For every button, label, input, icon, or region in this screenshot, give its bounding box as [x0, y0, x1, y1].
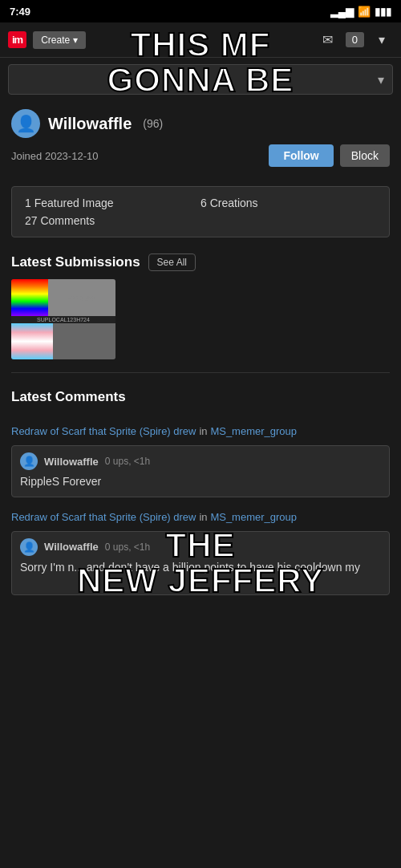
comments-title: Latest Comments: [11, 389, 126, 405]
mail-icon[interactable]: ✉: [317, 29, 339, 51]
comment1-stats: 0 ups, <1h: [105, 456, 150, 467]
submissions-title: Latest Submissions: [11, 254, 140, 270]
comment1-card: 👤 Willowaffle 0 ups, <1h RippleS Forever: [11, 445, 390, 497]
comment1-text: RippleS Forever: [20, 474, 381, 490]
action-buttons: Follow Block: [269, 144, 390, 167]
profile-header: 👤 Willowaffle (96): [11, 109, 390, 138]
stats-box: 1 Featured Image 6 Creations 27 Comments: [11, 186, 390, 237]
comment2-text: Sorry I'm n... and don't have a billion …: [20, 560, 381, 576]
comment1-group[interactable]: MS_memer_group: [210, 425, 297, 437]
comments-section: Latest Comments: [0, 381, 401, 418]
dropdown-nav-icon[interactable]: ▾: [371, 29, 393, 51]
comment1-meta: 👤 Willowaffle 0 ups, <1h: [20, 452, 381, 470]
comment2-container: 👤 Willowaffle 0 ups, <1h Sorry I'm n... …: [0, 531, 401, 595]
comment2-user: Willowaffle: [44, 541, 99, 553]
featured-images-stat: 1 Featured Image: [25, 197, 200, 209]
dropdown-bar[interactable]: ▾: [8, 64, 393, 95]
create-button[interactable]: Create ▾: [33, 31, 85, 49]
joined-row: Joined 2023-12-10 Follow Block: [11, 144, 390, 167]
submissions-grid: being gay SUPLOCAL123H724: [11, 279, 390, 359]
comment2-group[interactable]: MS_memer_group: [210, 511, 297, 523]
comment1-in: in: [199, 425, 207, 437]
notification-count[interactable]: 0: [346, 32, 364, 47]
user-points: (96): [143, 117, 163, 130]
comments-stat: 27 Comments: [25, 214, 200, 227]
comment1-user: Willowaffle: [44, 456, 99, 468]
comment2-avatar: 👤: [20, 538, 38, 556]
comment2-card: 👤 Willowaffle 0 ups, <1h Sorry I'm n... …: [11, 531, 390, 595]
submissions-section: Latest Submissions See All being gay SUP…: [0, 245, 401, 364]
dropdown-arrow-icon: ▾: [378, 72, 384, 87]
comment2-stats: 0 ups, <1h: [105, 541, 150, 553]
follow-button[interactable]: Follow: [269, 144, 333, 167]
see-all-button[interactable]: See All: [148, 254, 196, 271]
time: 7:49: [10, 6, 30, 18]
nav-bar: im Create ▾ ✉ 0 ▾: [0, 22, 401, 58]
comment1-link-row: Redraw of Scarf that Sprite (Spire) drew…: [0, 418, 401, 442]
username: Willowaffle: [48, 115, 132, 133]
comment2-in: in: [199, 511, 207, 523]
comment2-link[interactable]: Redraw of Scarf that Sprite (Spire) drew: [11, 511, 196, 523]
comment1-link[interactable]: Redraw of Scarf that Sprite (Spire) drew: [11, 425, 196, 437]
comment1-avatar: 👤: [20, 452, 38, 470]
block-button[interactable]: Block: [340, 144, 390, 167]
submissions-header: Latest Submissions See All: [11, 254, 390, 271]
avatar: 👤: [11, 109, 40, 138]
status-icons: ▂▄▆ 📶 ▮▮▮: [330, 6, 391, 18]
join-date: Joined 2023-12-10: [11, 150, 98, 162]
profile-section: 👤 Willowaffle (96) Joined 2023-12-10 Fol…: [0, 101, 401, 178]
wifi-icon: 📶: [358, 6, 371, 18]
comment2-meta: 👤 Willowaffle 0 ups, <1h: [20, 538, 381, 556]
battery-icon: ▮▮▮: [375, 6, 391, 18]
submission-thumb-1[interactable]: being gay SUPLOCAL123H724: [11, 279, 115, 359]
site-logo[interactable]: im: [8, 31, 26, 48]
signal-icon: ▂▄▆: [330, 6, 354, 18]
stats-grid: 1 Featured Image 6 Creations 27 Comments: [25, 197, 376, 227]
status-bar: 7:49 ▂▄▆ 📶 ▮▮▮: [0, 0, 401, 22]
comment2-link-row: Redraw of Scarf that Sprite (Spire) drew…: [0, 504, 401, 528]
comments-header: Latest Comments: [11, 389, 390, 405]
creations-stat: 6 Creations: [200, 197, 376, 209]
section-divider: [11, 372, 390, 373]
